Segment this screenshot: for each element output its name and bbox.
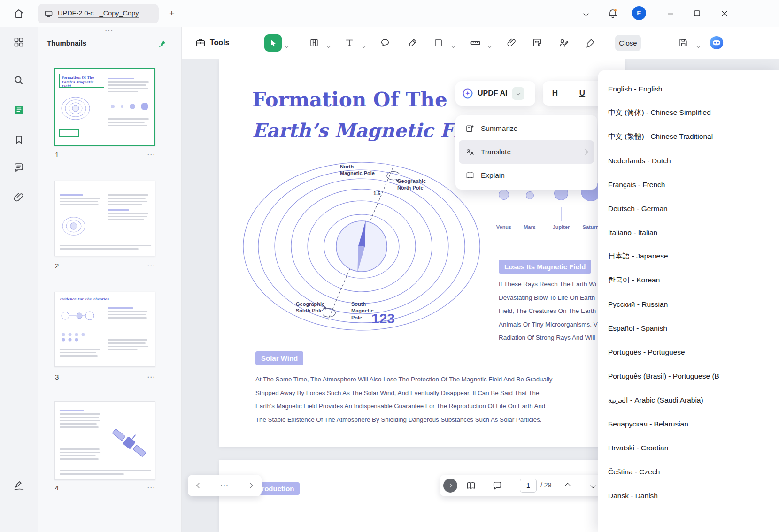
comments-button[interactable] xyxy=(11,160,26,175)
document-tab[interactable]: UPDF-2.0-c..._Copy_Copy xyxy=(38,4,159,23)
page-thumbnail-2[interactable] xyxy=(54,181,155,256)
page-thumbnail-1[interactable]: Formation Of The Earth’s Magnetic Field xyxy=(54,68,155,146)
language-option-chinese-simplified[interactable]: 中文 (简体) - Chinese Simplified xyxy=(598,101,779,125)
nav-more-button[interactable]: ⋯ xyxy=(217,478,232,493)
strikeout-tool[interactable] xyxy=(583,35,598,50)
minimize-icon xyxy=(667,10,674,17)
language-option-arabic[interactable]: العربية - Arabic (Saudi Arabia) xyxy=(598,388,779,412)
expand-panel-button[interactable] xyxy=(443,478,458,493)
titlebar-expand-button[interactable] xyxy=(575,0,597,27)
apps-button[interactable] xyxy=(11,35,26,50)
underline-button[interactable]: U xyxy=(575,86,590,101)
solar-wind-badge: Solar Wind xyxy=(255,351,303,365)
minimize-button[interactable] xyxy=(660,0,681,27)
language-option-danish[interactable]: Dansk - Danish xyxy=(598,484,779,508)
measure-tool-dropdown[interactable] xyxy=(488,41,493,46)
planet-venus xyxy=(499,190,509,200)
language-option-korean[interactable]: 한국어 - Korean xyxy=(598,268,779,292)
language-option-german[interactable]: Deutsch - German xyxy=(598,197,779,220)
text-tool[interactable] xyxy=(342,35,357,50)
language-option-portuguese-brasil[interactable]: Português (Brasil) - Portuguese (B xyxy=(598,364,779,388)
updf-ai-button[interactable]: UPDF AI xyxy=(455,81,535,106)
expand-circle xyxy=(443,479,457,493)
ai-robot-icon xyxy=(709,35,724,51)
search-button[interactable] xyxy=(11,73,26,88)
sticker-icon xyxy=(532,38,542,48)
signature-tool[interactable] xyxy=(556,35,571,50)
marker-pen-icon xyxy=(408,38,418,48)
image-frame-dropdown[interactable] xyxy=(327,41,332,46)
shape-tool[interactable] xyxy=(431,35,446,50)
language-option-japanese[interactable]: 日本語 - Japanese xyxy=(598,244,779,268)
page-number-input[interactable] xyxy=(520,479,537,493)
signature-tools-button[interactable] xyxy=(11,478,26,493)
home-button[interactable] xyxy=(11,6,26,21)
thumb3-more-button[interactable]: ⋯ xyxy=(147,372,155,382)
chevron-down-icon xyxy=(517,91,520,95)
page-thumbnail-4[interactable] xyxy=(54,401,155,480)
heading-button[interactable]: H xyxy=(548,86,563,101)
attachments-button[interactable] xyxy=(11,190,26,205)
language-option-spanish[interactable]: Español - Spanish xyxy=(598,316,779,340)
chevron-down-icon xyxy=(583,11,588,16)
close-edit-button[interactable]: Close xyxy=(615,35,641,51)
thumbnails-title: Thumbnails xyxy=(47,39,86,47)
scroll-up-button[interactable] xyxy=(560,478,575,493)
ruler-icon xyxy=(470,38,481,48)
language-option-czech[interactable]: Čeština - Czech xyxy=(598,460,779,484)
ai-dropdown-button[interactable] xyxy=(512,87,524,100)
notifications-button[interactable] xyxy=(602,0,624,27)
language-option-portuguese[interactable]: Português - Portuguese xyxy=(598,340,779,364)
save-dropdown[interactable] xyxy=(697,41,702,46)
next-page-button[interactable] xyxy=(243,478,258,493)
image-frame-tool[interactable] xyxy=(307,35,322,50)
comment-tool[interactable] xyxy=(378,35,393,50)
highlighter-tool[interactable] xyxy=(405,35,420,50)
reader-mode-button[interactable] xyxy=(463,478,478,493)
tools-button[interactable]: Tools xyxy=(190,33,235,53)
save-button[interactable] xyxy=(676,35,691,50)
maximize-button[interactable] xyxy=(686,0,708,27)
ai-assistant-button[interactable] xyxy=(709,35,724,50)
image-frame-icon xyxy=(309,38,319,48)
attach-file-tool[interactable] xyxy=(504,35,519,50)
thumb1-more-button[interactable]: ⋯ xyxy=(147,150,155,160)
language-option-russian[interactable]: Русский - Russian xyxy=(598,292,779,316)
new-tab-button[interactable]: + xyxy=(166,7,178,19)
avatar[interactable]: E xyxy=(632,6,646,20)
language-option-italian[interactable]: Italiano - Italian xyxy=(598,220,779,244)
select-tool-dropdown[interactable] xyxy=(285,41,290,46)
menu-item-translate[interactable]: Translate xyxy=(459,140,594,164)
thumb4-more-button[interactable]: ⋯ xyxy=(147,483,155,493)
page-thumbnail-3[interactable]: Evidence For The Theories xyxy=(54,292,155,367)
language-option-croatian[interactable]: Hrvatski - Croatian xyxy=(598,436,779,460)
shape-tool-dropdown[interactable] xyxy=(452,41,456,46)
menu-item-explain[interactable]: Explain xyxy=(459,164,594,187)
close-window-button[interactable] xyxy=(714,0,735,27)
language-option-chinese-traditional[interactable]: 中文 (繁體) - Chinese Traditional xyxy=(598,125,779,149)
thumbnails-icon xyxy=(13,104,25,116)
body-paragraph: At The Same Time, The Atmosphere Will Al… xyxy=(255,373,579,426)
thumbnails-panel-button[interactable] xyxy=(11,102,26,117)
bookmarks-button[interactable] xyxy=(11,132,26,147)
measure-tool[interactable] xyxy=(468,35,483,50)
chevron-down-icon xyxy=(590,483,595,488)
thumb2-more-button[interactable]: ⋯ xyxy=(147,261,155,271)
chevron-right-icon xyxy=(448,484,452,487)
pin-panel-button[interactable] xyxy=(155,37,168,50)
label-axis-angle: 1.5 xyxy=(373,190,380,197)
select-tool[interactable] xyxy=(264,34,282,52)
text-tool-dropdown[interactable] xyxy=(363,41,367,46)
language-option-belarusian[interactable]: Беларуская - Belarusian xyxy=(598,412,779,436)
thumb2-page-number: 2 xyxy=(55,262,59,270)
panel-more-button[interactable]: ⋯ xyxy=(100,25,119,36)
language-option-english[interactable]: English - English xyxy=(598,77,779,101)
prev-page-button[interactable] xyxy=(192,478,207,493)
menu-item-summarize[interactable]: Summarize xyxy=(459,117,594,140)
language-option-dutch[interactable]: Nederlands - Dutch xyxy=(598,149,779,173)
translate-icon xyxy=(465,147,475,157)
sticker-tool[interactable] xyxy=(530,35,545,50)
language-option-french[interactable]: Français - French xyxy=(598,173,779,197)
home-icon xyxy=(13,8,24,19)
comment-panel-button[interactable] xyxy=(490,478,505,493)
